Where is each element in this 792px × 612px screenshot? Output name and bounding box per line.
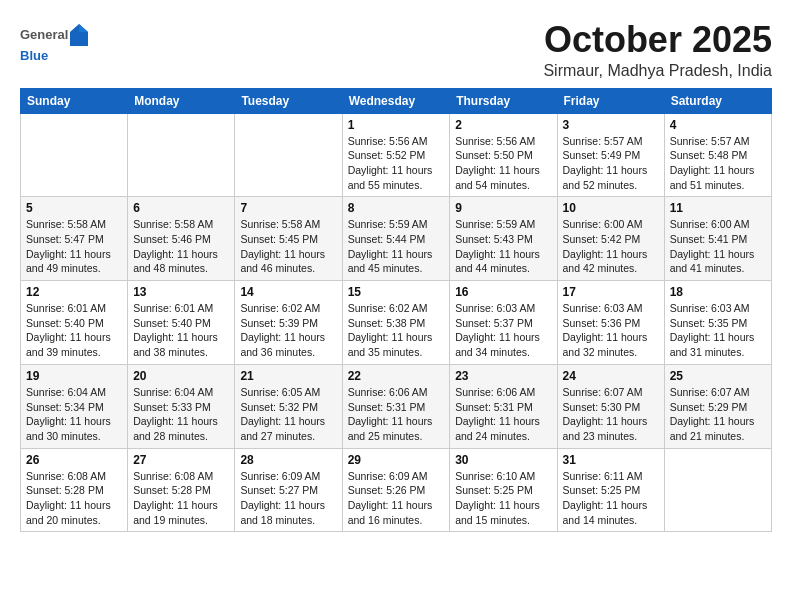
header-tuesday: Tuesday <box>235 88 342 113</box>
day-number: 13 <box>133 285 229 299</box>
day-info: Sunrise: 5:58 AMSunset: 5:45 PMDaylight:… <box>240 217 336 276</box>
cell-2-1: 5Sunrise: 5:58 AMSunset: 5:47 PMDaylight… <box>21 197 128 281</box>
header-monday: Monday <box>128 88 235 113</box>
day-number: 10 <box>563 201 659 215</box>
cell-1-1 <box>21 113 128 197</box>
cell-3-6: 17Sunrise: 6:03 AMSunset: 5:36 PMDayligh… <box>557 281 664 365</box>
day-number: 26 <box>26 453 122 467</box>
day-info: Sunrise: 6:07 AMSunset: 5:29 PMDaylight:… <box>670 385 766 444</box>
day-number: 11 <box>670 201 766 215</box>
header-wednesday: Wednesday <box>342 88 450 113</box>
cell-2-7: 11Sunrise: 6:00 AMSunset: 5:41 PMDayligh… <box>664 197 771 281</box>
day-info: Sunrise: 6:03 AMSunset: 5:35 PMDaylight:… <box>670 301 766 360</box>
header: General Blue October 2025 Sirmaur, Madhy… <box>20 20 772 80</box>
day-number: 12 <box>26 285 122 299</box>
logo-general: General <box>20 27 68 43</box>
day-number: 31 <box>563 453 659 467</box>
day-info: Sunrise: 5:56 AMSunset: 5:52 PMDaylight:… <box>348 134 445 193</box>
day-info: Sunrise: 5:59 AMSunset: 5:43 PMDaylight:… <box>455 217 551 276</box>
cell-5-4: 29Sunrise: 6:09 AMSunset: 5:26 PMDayligh… <box>342 448 450 532</box>
cell-5-5: 30Sunrise: 6:10 AMSunset: 5:25 PMDayligh… <box>450 448 557 532</box>
cell-2-4: 8Sunrise: 5:59 AMSunset: 5:44 PMDaylight… <box>342 197 450 281</box>
day-info: Sunrise: 6:03 AMSunset: 5:36 PMDaylight:… <box>563 301 659 360</box>
cell-4-4: 22Sunrise: 6:06 AMSunset: 5:31 PMDayligh… <box>342 364 450 448</box>
cell-1-2 <box>128 113 235 197</box>
day-info: Sunrise: 6:03 AMSunset: 5:37 PMDaylight:… <box>455 301 551 360</box>
week-row-2: 5Sunrise: 5:58 AMSunset: 5:47 PMDaylight… <box>21 197 772 281</box>
day-info: Sunrise: 6:08 AMSunset: 5:28 PMDaylight:… <box>133 469 229 528</box>
day-number: 7 <box>240 201 336 215</box>
title-block: October 2025 Sirmaur, Madhya Pradesh, In… <box>543 20 772 80</box>
cell-4-6: 24Sunrise: 6:07 AMSunset: 5:30 PMDayligh… <box>557 364 664 448</box>
cell-5-3: 28Sunrise: 6:09 AMSunset: 5:27 PMDayligh… <box>235 448 342 532</box>
day-info: Sunrise: 6:10 AMSunset: 5:25 PMDaylight:… <box>455 469 551 528</box>
day-number: 2 <box>455 118 551 132</box>
day-info: Sunrise: 6:11 AMSunset: 5:25 PMDaylight:… <box>563 469 659 528</box>
day-number: 1 <box>348 118 445 132</box>
cell-4-1: 19Sunrise: 6:04 AMSunset: 5:34 PMDayligh… <box>21 364 128 448</box>
day-number: 22 <box>348 369 445 383</box>
day-number: 8 <box>348 201 445 215</box>
day-info: Sunrise: 5:58 AMSunset: 5:47 PMDaylight:… <box>26 217 122 276</box>
cell-4-5: 23Sunrise: 6:06 AMSunset: 5:31 PMDayligh… <box>450 364 557 448</box>
cell-4-7: 25Sunrise: 6:07 AMSunset: 5:29 PMDayligh… <box>664 364 771 448</box>
cell-3-4: 15Sunrise: 6:02 AMSunset: 5:38 PMDayligh… <box>342 281 450 365</box>
day-number: 9 <box>455 201 551 215</box>
logo-icon <box>70 24 88 46</box>
cell-2-5: 9Sunrise: 5:59 AMSunset: 5:43 PMDaylight… <box>450 197 557 281</box>
cell-1-6: 3Sunrise: 5:57 AMSunset: 5:49 PMDaylight… <box>557 113 664 197</box>
day-number: 17 <box>563 285 659 299</box>
cell-3-7: 18Sunrise: 6:03 AMSunset: 5:35 PMDayligh… <box>664 281 771 365</box>
cell-4-2: 20Sunrise: 6:04 AMSunset: 5:33 PMDayligh… <box>128 364 235 448</box>
day-info: Sunrise: 6:01 AMSunset: 5:40 PMDaylight:… <box>26 301 122 360</box>
day-info: Sunrise: 6:01 AMSunset: 5:40 PMDaylight:… <box>133 301 229 360</box>
day-number: 16 <box>455 285 551 299</box>
day-info: Sunrise: 6:04 AMSunset: 5:33 PMDaylight:… <box>133 385 229 444</box>
day-info: Sunrise: 6:09 AMSunset: 5:27 PMDaylight:… <box>240 469 336 528</box>
day-info: Sunrise: 6:02 AMSunset: 5:38 PMDaylight:… <box>348 301 445 360</box>
page: General Blue October 2025 Sirmaur, Madhy… <box>0 0 792 542</box>
day-number: 20 <box>133 369 229 383</box>
day-number: 19 <box>26 369 122 383</box>
cell-5-2: 27Sunrise: 6:08 AMSunset: 5:28 PMDayligh… <box>128 448 235 532</box>
week-row-3: 12Sunrise: 6:01 AMSunset: 5:40 PMDayligh… <box>21 281 772 365</box>
day-info: Sunrise: 5:59 AMSunset: 5:44 PMDaylight:… <box>348 217 445 276</box>
day-number: 23 <box>455 369 551 383</box>
header-saturday: Saturday <box>664 88 771 113</box>
day-number: 21 <box>240 369 336 383</box>
week-row-1: 1Sunrise: 5:56 AMSunset: 5:52 PMDaylight… <box>21 113 772 197</box>
day-info: Sunrise: 6:04 AMSunset: 5:34 PMDaylight:… <box>26 385 122 444</box>
day-info: Sunrise: 6:08 AMSunset: 5:28 PMDaylight:… <box>26 469 122 528</box>
day-number: 25 <box>670 369 766 383</box>
day-number: 24 <box>563 369 659 383</box>
cell-1-7: 4Sunrise: 5:57 AMSunset: 5:48 PMDaylight… <box>664 113 771 197</box>
day-number: 14 <box>240 285 336 299</box>
cell-5-6: 31Sunrise: 6:11 AMSunset: 5:25 PMDayligh… <box>557 448 664 532</box>
cell-1-5: 2Sunrise: 5:56 AMSunset: 5:50 PMDaylight… <box>450 113 557 197</box>
day-info: Sunrise: 6:09 AMSunset: 5:26 PMDaylight:… <box>348 469 445 528</box>
cell-2-3: 7Sunrise: 5:58 AMSunset: 5:45 PMDaylight… <box>235 197 342 281</box>
day-number: 30 <box>455 453 551 467</box>
day-info: Sunrise: 6:06 AMSunset: 5:31 PMDaylight:… <box>455 385 551 444</box>
day-number: 28 <box>240 453 336 467</box>
day-number: 27 <box>133 453 229 467</box>
month-title: October 2025 <box>543 20 772 60</box>
week-row-4: 19Sunrise: 6:04 AMSunset: 5:34 PMDayligh… <box>21 364 772 448</box>
calendar-table: Sunday Monday Tuesday Wednesday Thursday… <box>20 88 772 533</box>
day-info: Sunrise: 5:57 AMSunset: 5:48 PMDaylight:… <box>670 134 766 193</box>
cell-3-5: 16Sunrise: 6:03 AMSunset: 5:37 PMDayligh… <box>450 281 557 365</box>
cell-5-7 <box>664 448 771 532</box>
cell-5-1: 26Sunrise: 6:08 AMSunset: 5:28 PMDayligh… <box>21 448 128 532</box>
day-number: 15 <box>348 285 445 299</box>
cell-2-2: 6Sunrise: 5:58 AMSunset: 5:46 PMDaylight… <box>128 197 235 281</box>
day-number: 3 <box>563 118 659 132</box>
day-number: 29 <box>348 453 445 467</box>
day-number: 18 <box>670 285 766 299</box>
cell-1-3 <box>235 113 342 197</box>
svg-marker-1 <box>79 24 88 32</box>
day-info: Sunrise: 6:07 AMSunset: 5:30 PMDaylight:… <box>563 385 659 444</box>
day-info: Sunrise: 6:02 AMSunset: 5:39 PMDaylight:… <box>240 301 336 360</box>
day-info: Sunrise: 6:06 AMSunset: 5:31 PMDaylight:… <box>348 385 445 444</box>
cell-3-3: 14Sunrise: 6:02 AMSunset: 5:39 PMDayligh… <box>235 281 342 365</box>
logo-blue: Blue <box>20 48 48 63</box>
